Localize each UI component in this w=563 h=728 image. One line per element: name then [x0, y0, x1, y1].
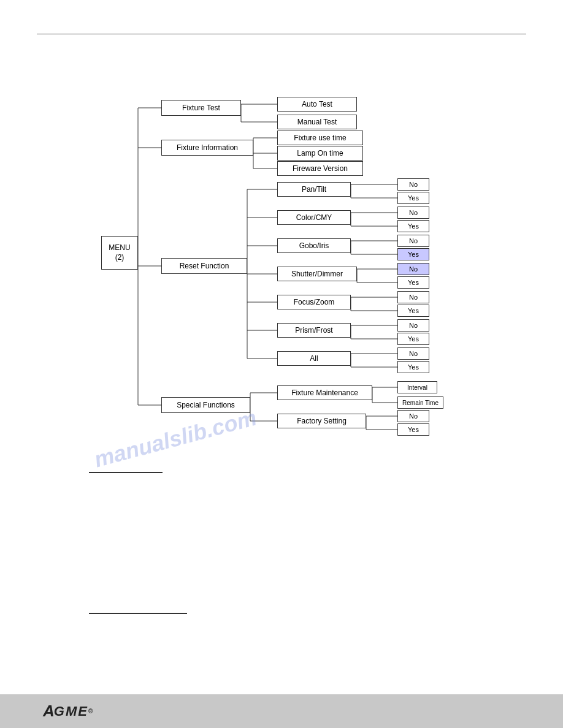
- auto-test-node: Auto Test: [277, 97, 357, 112]
- all-node: All: [277, 351, 351, 366]
- pan-tilt-node: Pan/Tilt: [277, 182, 351, 197]
- prism-frost-node: Prism/Frost: [277, 323, 351, 338]
- shutter-dimmer-yes: Yes: [397, 276, 429, 289]
- factory-setting-yes: Yes: [397, 423, 429, 436]
- manual-test-label: Manual Test: [297, 118, 337, 126]
- logo-a: A: [43, 702, 54, 721]
- focus-zoom-label: Focus/Zoom: [294, 298, 335, 306]
- fixture-test-label: Fixture Test: [182, 104, 220, 112]
- shutter-dimmer-label: Shutter/Dimmer: [291, 270, 343, 278]
- color-cmy-no-label: No: [409, 209, 418, 216]
- color-cmy-no: No: [397, 207, 429, 219]
- factory-setting-label: Factory Setting: [297, 417, 347, 425]
- fixture-test-node: Fixture Test: [161, 100, 241, 116]
- lamp-on-node: Lamp On time: [277, 146, 363, 161]
- factory-setting-yes-label: Yes: [408, 426, 419, 433]
- pan-tilt-no-label: No: [409, 181, 418, 188]
- auto-test-label: Auto Test: [302, 100, 332, 108]
- fireware-node: Fireware Version: [277, 161, 363, 176]
- gobo-iris-yes-label: Yes: [408, 251, 419, 258]
- watermark: manualslib.com: [91, 405, 259, 473]
- all-no-label: No: [409, 350, 418, 357]
- logo-cme: GME: [54, 703, 88, 719]
- all-yes-label: Yes: [408, 363, 419, 371]
- focus-zoom-no: No: [397, 291, 429, 303]
- color-cmy-yes: Yes: [397, 220, 429, 232]
- prism-frost-yes: Yes: [397, 333, 429, 345]
- all-no: No: [397, 347, 429, 360]
- pan-tilt-yes: Yes: [397, 192, 429, 204]
- focus-zoom-node: Focus/Zoom: [277, 295, 351, 309]
- factory-setting-no-label: No: [409, 412, 418, 420]
- shutter-dimmer-node: Shutter/Dimmer: [277, 267, 357, 281]
- interval-node: Interval: [397, 381, 437, 393]
- remain-time-label: Remain Time: [402, 400, 439, 406]
- factory-setting-node: Factory Setting: [277, 414, 366, 428]
- fireware-label: Fireware Version: [293, 164, 348, 173]
- color-cmy-label: Color/CMY: [296, 213, 332, 222]
- prism-frost-yes-label: Yes: [408, 335, 419, 343]
- gobo-iris-node: Gobo/Iris: [277, 238, 351, 253]
- fixture-info-label: Fixture Information: [177, 143, 238, 152]
- reset-func-node: Reset Function: [161, 258, 247, 274]
- shutter-dimmer-no: No: [397, 263, 429, 275]
- fixture-info-node: Fixture Information: [161, 140, 253, 156]
- special-func-node: Special Functions: [161, 397, 250, 413]
- acme-logo: A GME ®: [43, 702, 92, 721]
- remain-time-node: Remain Time: [397, 396, 443, 409]
- special-func-label: Special Functions: [177, 401, 235, 409]
- focus-zoom-yes: Yes: [397, 305, 429, 317]
- top-border: [37, 34, 526, 34]
- pan-tilt-yes-label: Yes: [408, 194, 419, 202]
- color-cmy-node: Color/CMY: [277, 210, 351, 225]
- fixture-use-node: Fixture use time: [277, 131, 363, 145]
- menu-label: MENU (2): [109, 243, 130, 262]
- prism-frost-label: Prism/Frost: [295, 326, 332, 335]
- fixture-maint-label: Fixture Maintenance: [291, 389, 358, 397]
- fixture-maint-node: Fixture Maintenance: [277, 385, 372, 400]
- shutter-dimmer-no-label: No: [409, 265, 418, 273]
- all-label: All: [310, 354, 318, 363]
- reset-func-label: Reset Function: [180, 262, 229, 270]
- prism-frost-no-label: No: [409, 322, 418, 329]
- bottom-bar: A GME ®: [0, 694, 563, 728]
- gobo-iris-yes: Yes: [397, 248, 429, 260]
- factory-setting-no: No: [397, 410, 429, 422]
- menu-node: MENU (2): [101, 236, 138, 270]
- prism-frost-no: No: [397, 319, 429, 332]
- gobo-iris-no-label: No: [409, 237, 418, 245]
- fixture-use-label: Fixture use time: [294, 134, 346, 142]
- pan-tilt-label: Pan/Tilt: [302, 185, 326, 194]
- pan-tilt-no: No: [397, 178, 429, 191]
- shutter-dimmer-yes-label: Yes: [408, 279, 419, 286]
- lamp-on-label: Lamp On time: [297, 149, 343, 157]
- underline-2: [89, 613, 187, 614]
- color-cmy-yes-label: Yes: [408, 222, 419, 230]
- gobo-iris-label: Gobo/Iris: [299, 241, 329, 250]
- logo-tm: ®: [88, 708, 92, 715]
- focus-zoom-no-label: No: [409, 294, 418, 301]
- gobo-iris-no: No: [397, 235, 429, 247]
- underline-1: [89, 472, 163, 473]
- focus-zoom-yes-label: Yes: [408, 307, 419, 314]
- manual-test-node: Manual Test: [277, 115, 357, 129]
- interval-label: Interval: [407, 384, 427, 391]
- all-yes: Yes: [397, 361, 429, 373]
